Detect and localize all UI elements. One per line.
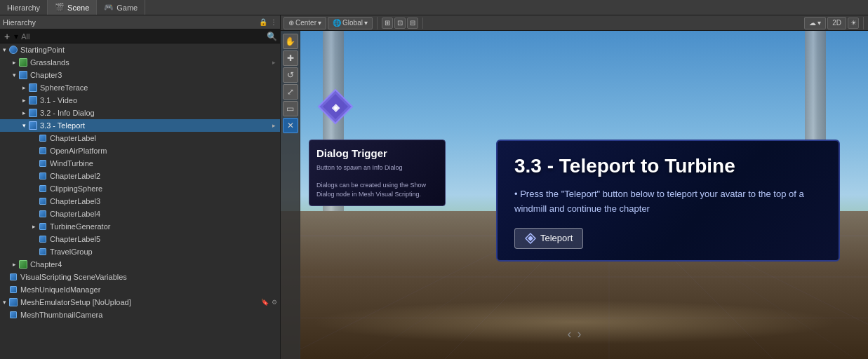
expand-arrow-travelgroup (29, 245, 38, 258)
expand-arrow-clippingsphere (29, 182, 38, 195)
tree-item-turbinegenerator[interactable]: TurbineGenerator (0, 220, 280, 233)
tree-item-clippingsphere[interactable]: ClippingSphere (0, 182, 280, 195)
tree-item-33teleport[interactable]: 3.3 - Teleport (0, 119, 280, 132)
tree-item-chapterlabel2[interactable]: ChapterLabel2 (0, 170, 280, 182)
globe-icon: 🌐 (333, 19, 341, 27)
lock-icon[interactable]: 🔒 (259, 18, 267, 26)
center-button[interactable]: ⊕ Center ▾ (283, 17, 326, 29)
expand-arrow-31video[interactable] (20, 94, 28, 107)
game-tab-label: Game (116, 4, 138, 12)
tab-hierarchy[interactable]: Hierarchy (0, 0, 48, 15)
expand-arrow-grasslands[interactable] (10, 56, 18, 69)
scene-content: ✋ ✚ ↺ ⤢ ▭ ✕ ◈ Dialog Trigger Button to (281, 31, 868, 359)
cube-icon-sphereterrace (28, 83, 38, 93)
grid-btn-2[interactable]: ⊡ (394, 18, 406, 29)
game-tab-icon: 🎮 (104, 3, 114, 12)
tree-label-meshemulator: MeshEmulatorSetup [NoUpload] (20, 298, 261, 306)
move-tool-btn[interactable]: ✚ (283, 50, 298, 66)
view-dropdown[interactable]: ☁ ▾ (804, 17, 826, 29)
hierarchy-tree: StartingPoint Grasslands Chapter3 Sphere… (0, 43, 280, 359)
scene-tools-panel: ✋ ✚ ↺ ⤢ ▭ ✕ (281, 31, 300, 359)
tree-item-meshemulator[interactable]: MeshEmulatorSetup [NoUpload] 🔖 ⚙ (0, 296, 280, 309)
tree-label-32infodialog: 3.2 - Info Dialog (40, 109, 277, 117)
cube-icon-chapterlabel (38, 133, 48, 143)
expand-arrow-33teleport[interactable] (20, 119, 28, 132)
custom-tool-btn[interactable]: ✕ (283, 118, 298, 133)
top-bar: Hierarchy 🎬 Scene 🎮 Game (0, 0, 868, 15)
cube-icon-chapterlabel5 (38, 234, 48, 244)
tree-item-grasslands[interactable]: Grasslands (0, 56, 280, 69)
global-dropdown-icon: ▾ (364, 19, 368, 27)
cube-icon-chapterlabel2 (38, 171, 48, 181)
dialog-trigger-text2: Dialogs can be created using the Show Di… (316, 181, 438, 198)
tab-scene[interactable]: 🎬 Scene (48, 0, 97, 15)
expand-arrow-32infodialog[interactable] (20, 107, 28, 119)
menu-icon[interactable]: ⋮ (270, 18, 277, 26)
hierarchy-header: Hierarchy 🔒 ⋮ (0, 15, 280, 29)
cube-icon-meshuniqueid (8, 285, 18, 294)
expand-arrow-windturbine (29, 157, 38, 170)
tree-item-meshthumbnail[interactable]: MeshThumbnailCamera (0, 309, 280, 321)
tree-item-chapterlabel[interactable]: ChapterLabel (0, 132, 280, 144)
tree-label-startingpoint: StartingPoint (20, 46, 277, 54)
tree-label-visualscripting: VisualScripting SceneVariables (20, 273, 277, 281)
grid-btn-1[interactable]: ⊞ (382, 18, 393, 29)
scale-tool-btn[interactable]: ⤢ (283, 84, 298, 100)
tree-item-chapter3[interactable]: Chapter3 (0, 69, 280, 81)
tree-item-openairplatform[interactable]: OpenAirPlatform (0, 144, 280, 157)
tree-item-chapterlabel4[interactable]: ChapterLabel4 (0, 208, 280, 220)
tree-label-chapterlabel2: ChapterLabel2 (50, 172, 277, 180)
expand-arrow-chapter3[interactable] (10, 69, 18, 81)
2d-button[interactable]: 2D (827, 17, 846, 29)
dialog-trigger-title: Dialog Trigger (316, 147, 438, 159)
expand-arrow-chapter4[interactable] (10, 258, 18, 271)
tree-item-chapter4[interactable]: Chapter4 (0, 258, 280, 271)
teleport-dialog-title: 3.3 - Teleport to Turbine (514, 155, 822, 177)
tree-label-meshthumbnail: MeshThumbnailCamera (20, 311, 277, 319)
tree-item-31video[interactable]: 3.1 - Video (0, 94, 280, 107)
teleport-btn-label: Teleport (540, 233, 573, 243)
tree-item-meshuniqueid[interactable]: MeshUniqueIdManager (0, 283, 280, 296)
tree-item-windturbine[interactable]: WindTurbine (0, 157, 280, 170)
tree-label-31video: 3.1 - Video (40, 96, 277, 104)
tree-item-sphereterrace[interactable]: SphereTerace (0, 81, 280, 94)
hand-tool-btn[interactable]: ✋ (283, 34, 298, 49)
global-button[interactable]: 🌐 Global ▾ (328, 17, 373, 29)
tree-item-startingpoint[interactable]: StartingPoint (0, 43, 280, 56)
tab-game[interactable]: 🎮 Game (97, 0, 145, 15)
tree-item-travelgroup[interactable]: TravelGroup (0, 245, 280, 258)
bookmark-icon-meshemulator: 🔖 (261, 299, 269, 306)
expand-arrow-meshemulator[interactable] (0, 296, 8, 309)
expand-arrow-chapterlabel3 (29, 195, 38, 208)
rect-tool-btn[interactable]: ▭ (283, 101, 298, 116)
expand-arrow-turbinegenerator[interactable] (29, 220, 38, 233)
rotate-tool-btn[interactable]: ↺ (283, 67, 298, 83)
cube-icon-visualscripting (8, 272, 18, 282)
cube-icon-chapter3 (18, 70, 28, 80)
svg-marker-14 (528, 236, 533, 241)
search-input[interactable] (21, 32, 264, 41)
tree-item-32infodialog[interactable]: 3.2 - Info Dialog (0, 107, 280, 119)
dropdown-arrow-icon: ▾ (14, 32, 18, 41)
nav-left-icon[interactable]: ‹ (568, 327, 572, 341)
tree-label-33teleport: 3.3 - Teleport (40, 121, 272, 130)
tree-label-chapter3: Chapter3 (30, 71, 277, 79)
expand-arrow-openairplatform (29, 144, 38, 157)
teleport-button[interactable]: Teleport (514, 228, 583, 249)
tree-item-visualscripting[interactable]: VisualScripting SceneVariables (0, 271, 280, 283)
expand-arrow-chapterlabel2 (29, 170, 38, 182)
tree-item-chapterlabel3[interactable]: ChapterLabel3 (0, 195, 280, 208)
tree-item-chapterlabel5[interactable]: ChapterLabel5 (0, 233, 280, 245)
add-button[interactable]: + (3, 31, 11, 42)
expand-arrow-sphereterrace[interactable] (20, 81, 28, 94)
tree-label-chapterlabel: ChapterLabel (50, 134, 277, 142)
tree-label-chapterlabel4: ChapterLabel4 (50, 210, 277, 218)
expand-arrow-startingpoint[interactable] (0, 43, 8, 56)
light-button[interactable]: ☀ (848, 18, 859, 29)
svg-text:◈: ◈ (331, 102, 340, 113)
grid-btn-3[interactable]: ⊟ (407, 18, 418, 29)
cube-icon-grasslands (18, 57, 28, 67)
nav-right-icon[interactable]: › (577, 327, 582, 341)
cube-icon-chapterlabel3 (38, 196, 48, 206)
search-icon: 🔍 (267, 32, 277, 41)
